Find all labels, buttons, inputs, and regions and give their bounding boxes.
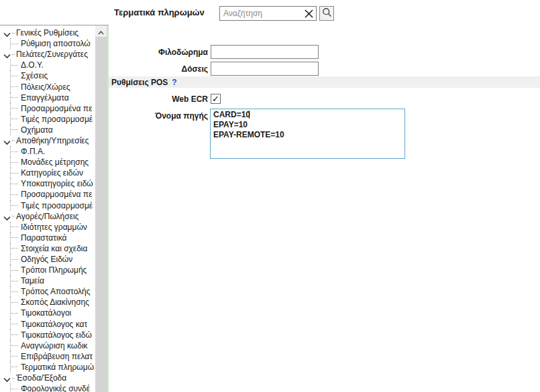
tree-item[interactable]: Φ.Π.Α. bbox=[10, 146, 95, 157]
tree-item[interactable]: Οχήματα bbox=[10, 125, 95, 135]
tree-item[interactable]: Έσοδα/Έξοδα bbox=[0, 373, 95, 383]
search-button[interactable] bbox=[319, 6, 334, 21]
tree-item[interactable]: Επιβράβευση πελατ bbox=[10, 351, 95, 362]
tree-item-label: Ρύθμιση αποστολώ bbox=[21, 39, 91, 48]
tree-item[interactable]: Ταμεία bbox=[10, 275, 95, 286]
tree-item-label: Αποθήκη/Υπηρεσίες bbox=[16, 136, 89, 145]
chevron-up-icon bbox=[98, 25, 104, 38]
tree-item-label: Τιμές προσαρμοσμέ bbox=[21, 115, 93, 124]
tree-item-label: Τιμοκατάλογοι bbox=[21, 308, 71, 318]
section-title: Ρυθμίσεις POS bbox=[111, 78, 168, 87]
tree-item-label: Κατηγορίες ειδών bbox=[21, 168, 83, 178]
chevron-down-icon[interactable] bbox=[3, 214, 11, 219]
tree-item-label: Ιδιότητες γραμμών bbox=[21, 222, 87, 232]
tree-item-label: Επαγγέλματα bbox=[21, 93, 69, 103]
tree-item-label: Έσοδα/Έξοδα bbox=[16, 373, 66, 383]
web-ecr-label: Web ECR bbox=[107, 94, 208, 104]
tree-item[interactable]: Τιμές προσαρμοσμέ bbox=[10, 200, 95, 211]
tree-item[interactable]: Επαγγέλματα bbox=[10, 92, 95, 103]
tree-item[interactable]: Προσαρμοσμένα πε bbox=[10, 103, 95, 114]
chevron-down-icon[interactable] bbox=[3, 375, 11, 381]
tree-item-label: Τερματικά πληρωμώ bbox=[21, 363, 94, 372]
tree-item[interactable]: Πελάτες/Συνεργάτες bbox=[0, 49, 95, 60]
tree-item[interactable]: Οδηγός Ειδών bbox=[10, 254, 95, 265]
tree-item[interactable]: Τιμοκατάλογοι bbox=[10, 308, 95, 318]
tree-item[interactable]: Κατηγορίες ειδών bbox=[10, 168, 95, 178]
tree-item-label: Γενικές Ρυθμίσεις bbox=[16, 28, 78, 38]
help-icon[interactable]: ? bbox=[172, 78, 176, 87]
tree-item[interactable]: Στοιχεία και σχεδια bbox=[10, 243, 95, 254]
tree-connector bbox=[12, 216, 15, 216]
tree-item-label: Σχέσεις bbox=[21, 71, 48, 80]
installments-field[interactable] bbox=[211, 62, 319, 76]
tree-item-label: Τιμοκατάλογος ειδώ bbox=[21, 330, 92, 340]
tree-item[interactable]: Τερματικά πληρωμώ bbox=[10, 362, 95, 373]
tree-item[interactable]: Αναγνώριση κωδικ bbox=[10, 340, 95, 351]
tree-item-label: Προσαρμοσμένα πε bbox=[21, 190, 93, 199]
tree-item-label: Επιβράβευση πελατ bbox=[21, 352, 93, 361]
tree-item-label: Φορολογικές συνδέ bbox=[21, 384, 90, 392]
tree-item-label: Στοιχεία και σχεδια bbox=[21, 244, 87, 253]
tree-connector bbox=[12, 140, 15, 141]
sidebar: Γενικές ΡυθμίσειςΡύθμιση αποστολώΠελάτες… bbox=[0, 25, 109, 392]
tree-item-label: Αγορές/Πωλήσεις bbox=[16, 212, 78, 221]
tree-item[interactable]: Σκοπός Διακίνησης bbox=[10, 297, 95, 308]
tree-connector bbox=[12, 54, 15, 55]
chevron-down-icon[interactable] bbox=[3, 30, 11, 36]
tree-item[interactable]: Γενικές Ρυθμίσεις bbox=[0, 27, 95, 38]
tree-item-label: Προσαρμοσμένα πε bbox=[21, 104, 93, 113]
tree-item[interactable]: Τρόποι Πληρωμής bbox=[10, 265, 95, 275]
tree: Γενικές ΡυθμίσειςΡύθμιση αποστολώΠελάτες… bbox=[0, 27, 95, 392]
tree-item[interactable]: Παραστατικά bbox=[10, 233, 95, 243]
tree-item[interactable]: Ιδιότητες γραμμών bbox=[10, 222, 95, 233]
tree-item-label: Υποκατηγορίες ειδώ bbox=[21, 179, 93, 188]
tree-item-label: Πελάτες/Συνεργάτες bbox=[16, 50, 88, 59]
tree-item-label: Σκοπός Διακίνησης bbox=[21, 298, 89, 307]
tree-item-label: Μονάδες μέτρησης bbox=[21, 157, 89, 167]
chevron-down-icon[interactable] bbox=[3, 138, 11, 143]
search-input[interactable] bbox=[223, 7, 304, 19]
tree-item[interactable]: Δ.Ο.Υ. bbox=[10, 60, 95, 70]
tree-item[interactable]: Τιμές προσαρμοσμέ bbox=[10, 114, 95, 125]
tree-item-label: Τρόπος Αποστολής bbox=[21, 287, 91, 296]
tree-item[interactable]: Πόλεις/Χώρες bbox=[10, 81, 95, 92]
tree-item-label: Αναγνώριση κωδικ bbox=[21, 341, 88, 350]
tree-item[interactable]: Αποθήκη/Υπηρεσίες bbox=[0, 135, 95, 146]
chevron-down-icon[interactable] bbox=[3, 52, 11, 57]
clear-search-icon[interactable] bbox=[303, 7, 315, 19]
field-label: Φιλοδώρημα bbox=[107, 48, 208, 57]
tip-field[interactable] bbox=[211, 45, 319, 59]
tree-item-label: Τρόποι Πληρωμής bbox=[21, 265, 87, 275]
tree-item[interactable]: Υποκατηγορίες ειδώ bbox=[10, 178, 95, 189]
search-box bbox=[219, 6, 317, 21]
app-window: Τερματικά πληρωμών Γενικές ΡυθμίσειςΡύθμ… bbox=[0, 0, 540, 392]
pos-settings-section: Ρυθμίσεις POS ? bbox=[109, 76, 540, 88]
tree-item[interactable]: Φορολογικές συνδέ bbox=[10, 383, 95, 392]
tree-item[interactable]: Μονάδες μέτρησης bbox=[10, 157, 95, 168]
web-ecr-checkbox[interactable]: ✓ bbox=[211, 94, 221, 104]
tree-item[interactable]: Προσαρμοσμένα πε bbox=[10, 189, 95, 200]
scroll-up-button[interactable] bbox=[95, 25, 107, 37]
tree-item-label: Τιμές προσαρμοσμέ bbox=[21, 201, 93, 210]
page-title: Τερματικά πληρωμών bbox=[114, 7, 205, 17]
search-area bbox=[219, 6, 334, 21]
source-name-textarea[interactable]: CARD=10 EPAY=10 EPAY-REMOTE=10 bbox=[210, 109, 405, 159]
field-label: Δόσεις bbox=[107, 64, 208, 74]
tree-item[interactable]: Τιμοκατάλογος ειδώ bbox=[10, 330, 95, 340]
tree-item-label: Φ.Π.Α. bbox=[21, 147, 45, 156]
source-name-label: Όνομα πηγής bbox=[107, 111, 208, 121]
sidebar-scrollbar[interactable] bbox=[95, 25, 107, 392]
search-icon bbox=[322, 7, 332, 20]
tree-item[interactable]: Σχέσεις bbox=[10, 70, 95, 81]
tree-item-label: Παραστατικά bbox=[21, 233, 66, 243]
tree-item[interactable]: Αγορές/Πωλήσεις bbox=[0, 211, 95, 222]
tree-connector bbox=[12, 33, 15, 34]
tree-item[interactable]: Τιμοκατάλογος κατ bbox=[10, 319, 95, 330]
tree-item[interactable]: Ρύθμιση αποστολώ bbox=[10, 38, 95, 49]
tree-item-label: Ταμεία bbox=[21, 276, 44, 285]
tree-item-label: Τιμοκατάλογος κατ bbox=[21, 320, 87, 329]
tree-item[interactable]: Τρόπος Αποστολής bbox=[10, 286, 95, 297]
checkmark-icon: ✓ bbox=[212, 94, 219, 103]
tree-item-label: Οχήματα bbox=[21, 125, 53, 135]
tree-item-label: Δ.Ο.Υ. bbox=[21, 60, 44, 70]
